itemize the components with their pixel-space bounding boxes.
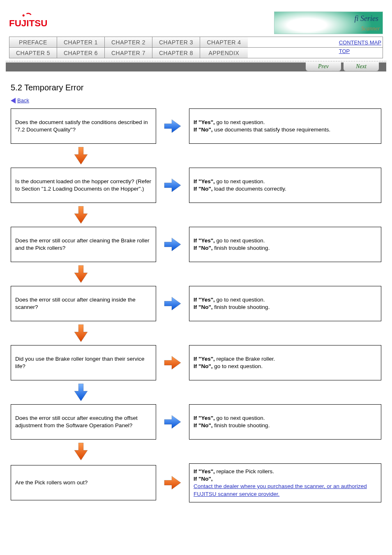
- section-title: 5.2 Temporary Error: [0, 71, 392, 94]
- contact-dealer-link[interactable]: Contact the dealer where you purchased t…: [194, 483, 377, 497]
- right-arrow-icon: [156, 177, 189, 193]
- tab-chapter-8[interactable]: CHAPTER 8: [152, 48, 200, 58]
- link-contents-map[interactable]: CONTENTS MAP: [339, 39, 381, 46]
- answer-box: If "Yes", replace the Brake roller.If "N…: [189, 345, 381, 380]
- right-arrow-icon: [156, 118, 189, 134]
- answer-box: If "Yes", go to next question.If "No", f…: [189, 227, 381, 262]
- nav-bar: Prev Next: [6, 62, 386, 71]
- tab-chapter-7[interactable]: CHAPTER 7: [105, 48, 152, 58]
- answer-box: If "Yes", go to next question.If "No", f…: [189, 286, 381, 321]
- fi-series-banner: fi Series Scanner: [274, 12, 383, 34]
- tab-appendix[interactable]: APPENDIX: [200, 48, 248, 58]
- tab-chapter-4[interactable]: CHAPTER 4: [200, 37, 248, 47]
- right-arrow-icon: [156, 295, 189, 312]
- question-box: Does the document satisfy the conditions…: [11, 108, 156, 144]
- fujitsu-logo: FUJITSU: [9, 12, 58, 32]
- banner-subtitle: Scanner: [361, 25, 380, 32]
- back-arrow-icon: [11, 98, 16, 104]
- down-arrow-icon: [11, 144, 381, 168]
- question-box: Are the Pick rollers worn out?: [11, 465, 156, 500]
- question-box: Does the error still occur after executi…: [11, 404, 156, 440]
- down-arrow-icon: [11, 203, 381, 227]
- tab-chapter-5[interactable]: CHAPTER 5: [9, 48, 57, 58]
- svg-text:FUJITSU: FUJITSU: [9, 18, 47, 28]
- down-arrow-icon: [11, 262, 381, 286]
- svg-point-0: [23, 14, 25, 16]
- tab-chapter-2[interactable]: CHAPTER 2: [105, 37, 152, 47]
- answer-box: If "Yes", go to next question.If "No", l…: [189, 168, 381, 203]
- banner-title: fi Series: [355, 14, 379, 23]
- right-arrow-icon: [156, 355, 189, 371]
- link-top[interactable]: TOP: [339, 48, 381, 54]
- question-box: Does the error still occur after cleanin…: [11, 286, 156, 321]
- answer-box: If "Yes", go to next question.If "No", f…: [189, 404, 381, 440]
- question-box: Does the error still occur after cleanin…: [11, 227, 156, 262]
- back-link[interactable]: Back: [17, 97, 29, 104]
- next-button[interactable]: Next: [344, 62, 379, 71]
- right-arrow-icon: [156, 414, 189, 430]
- down-arrow-icon: [11, 321, 381, 345]
- answer-box: If "Yes", replace the Pick rollers.If "N…: [189, 463, 381, 502]
- down-arrow-icon: [11, 440, 381, 463]
- answer-box: If "Yes", go to next question.If "No", u…: [189, 108, 381, 144]
- right-arrow-icon: [156, 236, 189, 253]
- question-box: Did you use the Brake roller longer than…: [11, 345, 156, 380]
- tab-chapter-6[interactable]: CHAPTER 6: [57, 48, 105, 58]
- down-arrow-icon: [11, 380, 381, 404]
- question-box: Is the document loaded on the hopper cor…: [11, 168, 156, 203]
- prev-button[interactable]: Prev: [306, 62, 341, 71]
- tab-chapter-3[interactable]: CHAPTER 3: [152, 37, 200, 47]
- right-arrow-icon: [156, 474, 189, 491]
- tab-chapter-1[interactable]: CHAPTER 1: [57, 37, 105, 47]
- tab-preface[interactable]: PREFACE: [9, 37, 57, 47]
